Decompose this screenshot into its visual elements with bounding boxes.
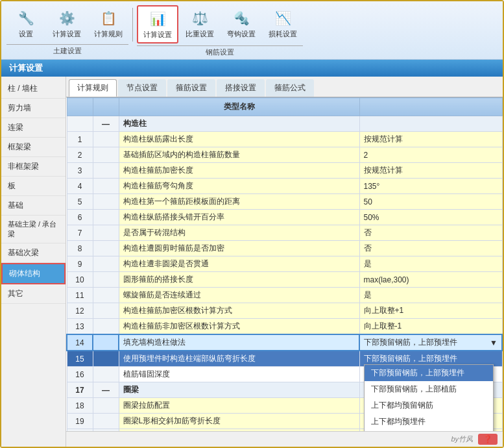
table-row: 10 圆形箍筋的搭接长度 max(lae,300) <box>67 272 502 288</box>
row-num-cell: 10 <box>67 272 93 288</box>
double-settings-label: 比重设置 <box>186 29 214 39</box>
toolbar-separator-1 <box>132 8 133 42</box>
row-value-cell[interactable]: 否 <box>359 225 502 241</box>
table-row: 14 填充墙构造柱做法 下部预留钢筋，上部预埋件 ▼ <box>67 334 502 351</box>
calc-settings-main-button[interactable]: ⚙️ 计算设置 <box>47 5 87 42</box>
header-title: 计算设置 <box>9 63 43 73</box>
header-bar: 计算设置 <box>1 60 503 77</box>
hook-settings-button[interactable]: 🔩 弯钩设置 <box>221 5 261 44</box>
tab-node-settings[interactable]: 节点设置 <box>118 79 166 97</box>
row-expand-cell <box>93 319 119 335</box>
row-name-cell: 构造柱纵筋露出长度 <box>119 132 359 147</box>
sidebar-item-foundation-sec-beam[interactable]: 基础次梁 <box>1 243 66 263</box>
watermark-text: by竹风 <box>451 434 473 444</box>
row-expand-cell <box>93 147 119 163</box>
row-num-cell: 11 <box>67 288 93 303</box>
row-value-cell[interactable]: 2 <box>359 147 502 163</box>
row-value-cell[interactable]: 135° <box>359 179 502 194</box>
row-value-cell[interactable]: 是 <box>359 288 502 303</box>
row-expand-cell <box>93 194 119 210</box>
table-row: 9 构造柱遭非圆梁是否贯通 是 <box>67 256 502 272</box>
row-expand-cell <box>93 256 119 272</box>
row-value-cell[interactable]: max(lae,300) <box>359 272 502 288</box>
row-num-cell: 4 <box>67 179 93 194</box>
calc-rules-button[interactable]: 📋 计算规则 <box>88 5 128 42</box>
row-value-cell: 下部预留钢筋，上部预埋件 下部预留钢筋，上部预埋件 下部预留钢筋，上部植筋 上下… <box>359 351 502 367</box>
row-num-cell: 13 <box>67 319 93 335</box>
calc-settings-active-label: 计算设置 <box>143 30 172 40</box>
sidebar-item-masonry-structure[interactable]: 砌体结构 <box>1 263 66 284</box>
row-expand-cell[interactable]: — <box>93 382 119 398</box>
dropdown-item-2[interactable]: 下部预留钢筋，上部植筋 <box>365 381 493 397</box>
row-value-cell[interactable]: 向上取整+1 <box>359 303 502 319</box>
sidebar-item-other[interactable]: 其它 <box>1 284 66 304</box>
help-button[interactable]: ❓ <box>478 434 498 445</box>
col-expand <box>93 98 119 116</box>
row-name-cell: 构造柱第一个箍筋距模板面的距离 <box>119 194 359 210</box>
row-num-cell: 5 <box>67 194 93 210</box>
row-num-cell: 9 <box>67 256 93 272</box>
row-value-cell <box>359 116 502 132</box>
loss-settings-button[interactable]: 📉 损耗设置 <box>263 5 303 44</box>
row-num-cell: 6 <box>67 210 93 225</box>
row-value-cell[interactable]: 向上取整-1 <box>359 319 502 335</box>
row-name-cell: 基础插筋区域内的构造柱箍筋数量 <box>119 147 359 163</box>
calc-settings-active-button[interactable]: 📊 计算设置 <box>137 5 178 44</box>
row-expand-cell[interactable]: — <box>93 116 119 132</box>
dropdown-item-5[interactable]: 上下都均采用植筋 <box>365 430 493 431</box>
row-value-cell[interactable]: 50% <box>359 210 502 225</box>
dropdown-arrow-icon[interactable]: ▼ <box>490 338 498 347</box>
dropdown-popup: 下部预留钢筋，上部预埋件 下部预留钢筋，上部植筋 上下都均预留钢筋 上下都均预埋… <box>364 364 494 431</box>
row-value-cell[interactable]: 50 <box>359 194 502 210</box>
table-row: 11 螺旋箍筋是否连续通过 是 <box>67 288 502 303</box>
double-settings-icon: ⚖️ <box>189 8 210 28</box>
table-row: 13 构造柱箍筋非加密区根数计算方式 向上取整-1 <box>67 319 502 335</box>
tab-rebar-formula[interactable]: 箍筋公式 <box>266 79 314 97</box>
row-value-cell[interactable]: 下部预留钢筋，上部预埋件 ▼ <box>359 334 502 351</box>
sidebar-item-foundation[interactable]: 基础 <box>1 196 66 216</box>
cell-value-text: 下部预留钢筋，上部预埋件 <box>364 337 457 348</box>
tab-calc-rules[interactable]: 计算规则 <box>69 79 117 97</box>
dropdown-container: 下部预留钢筋，上部预埋件 下部预留钢筋，上部预埋件 下部预留钢筋，上部植筋 上下… <box>364 353 498 364</box>
sidebar-item-slab[interactable]: 板 <box>1 177 66 196</box>
dropdown-trigger[interactable]: 下部预留钢筋，上部预埋件 ▼ <box>364 337 498 348</box>
sidebar-item-column-wall[interactable]: 柱 / 墙柱 <box>1 79 66 99</box>
table-row: 6 构造柱纵筋搭接头错开百分率 50% <box>67 210 502 225</box>
dropdown-item-4[interactable]: 上下都均预埋件 <box>365 414 493 430</box>
row-name-cell: 构造柱箍筋弯勾角度 <box>119 179 359 194</box>
row-num-cell: 19 <box>67 414 93 429</box>
calc-settings-active-icon: 📊 <box>147 9 168 29</box>
sidebar-item-foundation-main-beam[interactable]: 基础主梁 / 承台梁 <box>1 216 66 243</box>
row-value-cell[interactable]: 按规范计算 <box>359 132 502 147</box>
tab-rebar-settings[interactable]: 箍筋设置 <box>167 79 215 97</box>
sidebar-item-shear-wall[interactable]: 剪力墙 <box>1 99 66 118</box>
sidebar-item-link-beam[interactable]: 连梁 <box>1 118 66 138</box>
row-name-cell: 圈梁 <box>119 382 359 398</box>
footer: by竹风 ❓ <box>66 431 503 447</box>
tab-splice-settings[interactable]: 搭接设置 <box>217 79 265 97</box>
dropdown-item-3[interactable]: 上下都均预留钢筋 <box>365 397 493 414</box>
row-expand-cell <box>93 288 119 303</box>
soil-settings-group: 🔧 设置 ⚙️ 计算设置 📋 计算规则 土建设置 <box>6 5 128 59</box>
row-expand-cell <box>93 179 119 194</box>
calc-rules-label: 计算规则 <box>94 29 123 39</box>
calc-rules-icon: 📋 <box>98 8 119 28</box>
toolbar: 🔧 设置 ⚙️ 计算设置 📋 计算规则 土建设置 📊 计算设置 <box>1 1 503 60</box>
double-settings-button[interactable]: ⚖️ 比重设置 <box>180 5 220 44</box>
sidebar-item-frame-beam[interactable]: 框架梁 <box>1 138 66 157</box>
row-name-cell: 填充墙构造柱做法 <box>119 334 359 351</box>
loss-settings-label: 损耗设置 <box>269 29 297 39</box>
sidebar-item-non-frame-beam[interactable]: 非框架梁 <box>1 157 66 177</box>
table-row: 7 是否属于砖混结构 否 <box>67 225 502 241</box>
hook-settings-label: 弯钩设置 <box>227 29 256 39</box>
row-name-cell: 构造柱遭非圆梁是否贯通 <box>119 256 359 272</box>
row-value-cell[interactable]: 按规范计算 <box>359 163 502 179</box>
row-name-cell: 构造柱纵筋搭接头错开百分率 <box>119 210 359 225</box>
table-row: 15 使用预埋件时构造柱端部纵筋弯折长度 下部预留钢筋，上部预埋件 下部预留钢筋… <box>67 351 502 367</box>
row-value-cell[interactable]: 是 <box>359 256 502 272</box>
settings-button[interactable]: 🔧 设置 <box>6 5 45 42</box>
tabs-bar: 计算规则 节点设置 箍筋设置 搭接设置 箍筋公式 <box>66 77 503 97</box>
row-value-cell[interactable]: 否 <box>359 241 502 256</box>
row-num-cell: 3 <box>67 163 93 179</box>
dropdown-item-1[interactable]: 下部预留钢筋，上部预埋件 <box>365 365 493 381</box>
